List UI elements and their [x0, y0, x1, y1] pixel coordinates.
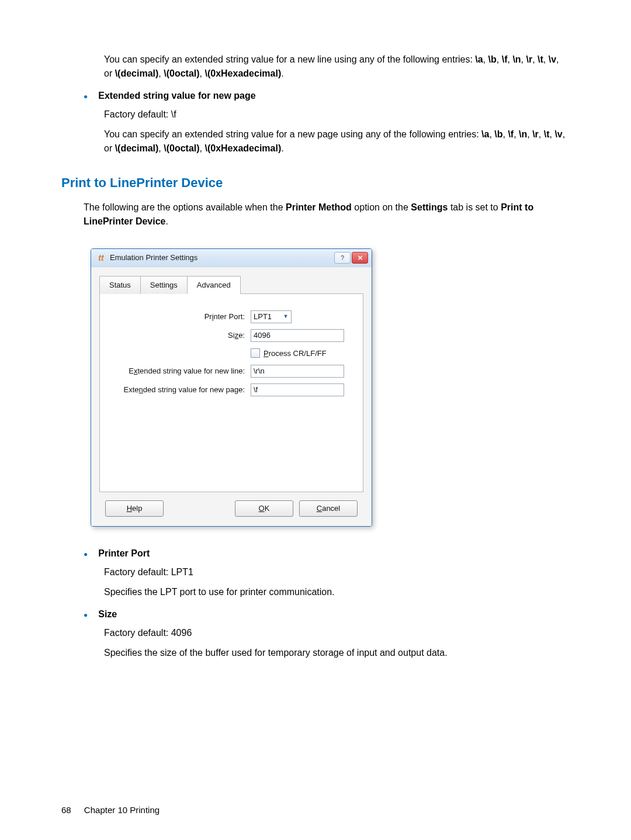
- escape-oct: \(0octal): [164, 68, 199, 78]
- escape-f: \f: [502, 54, 508, 64]
- size-body: Factory default: 4096 Specifies the size…: [104, 626, 570, 660]
- printer-port-desc: Specifies the LPT port to use for printe…: [104, 585, 570, 599]
- section-intro: The following are the options available …: [84, 201, 570, 229]
- newpage-input[interactable]: \f: [251, 383, 344, 396]
- label-size: Size:: [110, 330, 245, 341]
- dialog-title: Emulation Printer Settings: [110, 252, 333, 264]
- bullet-extended-newpage-body: Factory default: \f You can specify an e…: [104, 108, 570, 155]
- printer-port-body: Factory default: LPT1 Specifies the LPT …: [104, 565, 570, 599]
- factory-default-newpage: Factory default: \f: [104, 108, 570, 122]
- escape-dec: \(decimal): [115, 68, 159, 78]
- escape-n: \n: [512, 54, 521, 64]
- titlebar: tt Emulation Printer Settings ? ✕: [91, 249, 372, 267]
- bullet-size: ● Size: [84, 607, 570, 623]
- emulation-printer-settings-dialog: tt Emulation Printer Settings ? ✕ Status…: [91, 248, 372, 527]
- top-text: You can specify an extended string value…: [104, 54, 475, 64]
- app-icon: tt: [96, 253, 106, 263]
- tab-strip: Status Settings Advanced: [99, 275, 363, 293]
- help-titlebar-button[interactable]: ?: [334, 252, 351, 264]
- label-newline: Extended string value for new line:: [110, 365, 245, 377]
- printer-port-default: Factory default: LPT1: [104, 565, 570, 579]
- label-process: Process CR/LF/FF: [264, 348, 327, 359]
- escape-r: \r: [526, 54, 532, 64]
- ok-button[interactable]: OK: [235, 500, 293, 517]
- after-dialog-bullets: ● Printer Port Factory default: LPT1 Spe…: [61, 547, 570, 660]
- top-continuation-paragraph: You can specify an extended string value…: [104, 53, 570, 81]
- page-footer: 68 Chapter 10 Printing: [61, 804, 160, 817]
- dialog-screenshot: tt Emulation Printer Settings ? ✕ Status…: [91, 248, 371, 527]
- escape-v: \v: [549, 54, 556, 64]
- cancel-button[interactable]: Cancel: [299, 500, 358, 517]
- size-default: Factory default: 4096: [104, 626, 570, 640]
- close-titlebar-button[interactable]: ✕: [352, 252, 368, 264]
- help-button[interactable]: Help: [105, 500, 164, 517]
- bullet-icon: ●: [84, 89, 88, 104]
- advanced-panel: Printer Port: LPT1 ▼ Size: 4096: [99, 293, 363, 492]
- dialog-button-row: Help OK Cancel: [99, 492, 363, 517]
- bullet-icon: ●: [84, 607, 88, 623]
- tab-advanced[interactable]: Advanced: [187, 276, 241, 294]
- dialog-body: Status Settings Advanced Printer Port: L…: [91, 267, 372, 526]
- bullet-title: Extended string value for new page: [98, 89, 255, 103]
- printer-port-select[interactable]: LPT1 ▼: [251, 310, 292, 323]
- tab-status[interactable]: Status: [99, 276, 141, 294]
- escape-a: \a: [475, 54, 483, 64]
- printer-port-value: LPT1: [254, 311, 272, 323]
- escape-hex: \(0xHexadecimal): [204, 68, 281, 78]
- page: You can specify an extended string value…: [0, 0, 631, 840]
- bullet-extended-newpage: ● Extended string value for new page: [84, 89, 570, 104]
- page-number: 68: [61, 804, 71, 817]
- chevron-down-icon: ▼: [282, 313, 290, 321]
- bullet-printer-port: ● Printer Port: [84, 547, 570, 562]
- process-crlfff-checkbox[interactable]: [251, 348, 260, 358]
- newpage-desc-a: You can specify an extended string value…: [104, 129, 481, 139]
- size-desc: Specifies the size of the buffer used fo…: [104, 646, 570, 660]
- chapter-label: Chapter 10 Printing: [84, 805, 160, 815]
- bullet-printer-port-title: Printer Port: [98, 547, 150, 561]
- tab-settings[interactable]: Settings: [140, 276, 188, 294]
- escape-b: \b: [488, 54, 497, 64]
- section-heading: Print to LinePrinter Device: [61, 173, 570, 192]
- label-newpage: Extended string value for new page:: [110, 384, 245, 396]
- label-printer-port: Printer Port:: [110, 311, 245, 323]
- bullet-size-title: Size: [98, 607, 117, 621]
- newline-input[interactable]: \r\n: [251, 365, 344, 378]
- bullet-icon: ●: [84, 547, 88, 562]
- size-input[interactable]: 4096: [251, 329, 344, 342]
- escape-t: \t: [538, 54, 543, 64]
